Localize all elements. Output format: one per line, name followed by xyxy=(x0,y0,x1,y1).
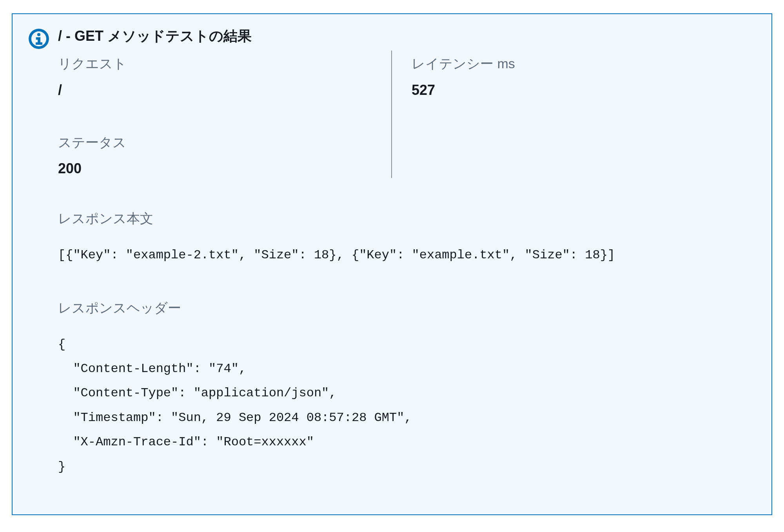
svg-rect-4 xyxy=(36,42,42,45)
response-headers-value: { "Content-Length": "74", "Content-Type"… xyxy=(58,332,756,479)
summary-left-column: リクエスト / ステータス 200 xyxy=(58,51,391,178)
summary-right-column: レイテンシー ms 527 xyxy=(392,51,756,178)
panel-header: / - GET メソッドテストの結果 リクエスト / ステータス 200 レイテ… xyxy=(28,27,756,479)
request-value: / xyxy=(58,81,379,100)
svg-point-1 xyxy=(37,33,40,36)
status-value: 200 xyxy=(58,160,379,178)
response-body-value: [{"Key": "example-2.txt", "Size": 18}, {… xyxy=(58,243,756,267)
method-test-result-panel: / - GET メソッドテストの結果 リクエスト / ステータス 200 レイテ… xyxy=(12,13,772,515)
response-headers-label: レスポンスヘッダー xyxy=(58,299,756,318)
status-label: ステータス xyxy=(58,133,379,152)
info-icon xyxy=(28,28,49,49)
panel-content: / - GET メソッドテストの結果 リクエスト / ステータス 200 レイテ… xyxy=(58,27,756,479)
latency-value: 527 xyxy=(412,81,756,100)
panel-title: / - GET メソッドテストの結果 xyxy=(58,27,756,44)
latency-label: レイテンシー ms xyxy=(412,54,756,73)
response-body-label: レスポンス本文 xyxy=(58,209,756,228)
summary-grid: リクエスト / ステータス 200 レイテンシー ms 527 xyxy=(58,51,756,178)
request-label: リクエスト xyxy=(58,54,379,73)
status-block: ステータス 200 xyxy=(58,133,379,178)
